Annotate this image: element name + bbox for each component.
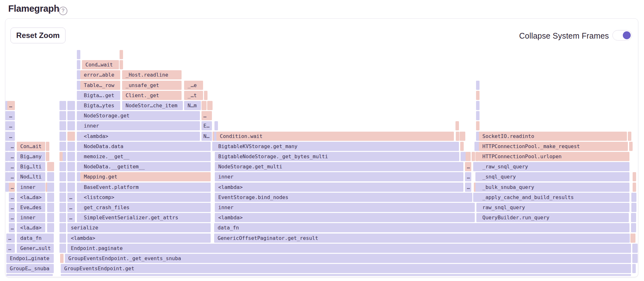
flamegraph-frame[interactable]: …: [9, 223, 15, 232]
flamegraph-frame[interactable]: [67, 172, 75, 181]
flamegraph-frame[interactable]: data_fn: [17, 234, 54, 243]
flamegraph-frame[interactable]: …: [9, 193, 15, 202]
flamegraph-frame[interactable]: [77, 60, 80, 69]
flamegraph-frame[interactable]: [632, 264, 636, 273]
flamegraph-frame[interactable]: SocketIO.readinto: [479, 132, 627, 141]
flamegraph-frame[interactable]: [632, 234, 635, 243]
flamegraph-frame[interactable]: Endpoi…ginate: [6, 254, 54, 263]
flamegraph-frame[interactable]: inner: [17, 213, 45, 222]
flamegraph-frame[interactable]: …: [67, 213, 75, 222]
flamegraph-frame[interactable]: [476, 91, 480, 100]
flamegraph-frame[interactable]: [77, 213, 80, 222]
flamegraph-frame[interactable]: inner: [215, 203, 475, 212]
flamegraph-frame[interactable]: HTTPConnectionPool.urlopen: [479, 152, 629, 161]
flamegraph-frame[interactable]: [77, 70, 80, 79]
flamegraph-frame[interactable]: [214, 121, 218, 130]
flamegraph-frame[interactable]: Client._get: [122, 91, 182, 100]
flamegraph-frame[interactable]: [46, 152, 49, 161]
flamegraph-frame[interactable]: GroupEventsEndpoint._get_events_snuba: [65, 254, 631, 263]
flamegraph-frame[interactable]: Big…lti: [17, 162, 45, 171]
flamegraph-frame[interactable]: [63, 223, 66, 232]
flamegraph-frame[interactable]: …: [7, 101, 15, 110]
flamegraph-frame[interactable]: <lambda>: [67, 234, 211, 243]
flamegraph-frame[interactable]: <lambda>: [215, 213, 475, 222]
flamegraph-frame[interactable]: Con…ait: [17, 142, 45, 151]
flamegraph-frame[interactable]: [633, 223, 636, 232]
flamegraph-frame[interactable]: [77, 132, 80, 141]
flamegraph-frame[interactable]: [204, 91, 207, 100]
flamegraph-frame[interactable]: …: [9, 172, 15, 181]
flamegraph-frame[interactable]: [67, 152, 75, 161]
flamegraph-frame[interactable]: [63, 234, 66, 243]
flamegraph-frame[interactable]: NodeStorage.get_multi: [215, 162, 463, 171]
flamegraph-frame[interactable]: Table…_row: [80, 81, 120, 90]
flamegraph-frame[interactable]: [455, 121, 459, 130]
flamegraph-frame[interactable]: [63, 121, 66, 130]
flamegraph-frame[interactable]: QueryBuilder.run_query: [479, 213, 629, 222]
flamegraph-frame[interactable]: E…: [201, 121, 212, 130]
flamegraph-frame[interactable]: …: [6, 234, 15, 243]
flamegraph-frame[interactable]: [5, 172, 9, 181]
flamegraph-frame[interactable]: [5, 183, 9, 192]
flamegraph-frame[interactable]: [77, 142, 80, 151]
flamegraph-frame[interactable]: [46, 142, 49, 151]
flamegraph-frame[interactable]: HTTPConnectionPool._make_request: [479, 142, 628, 151]
flamegraph-frame[interactable]: …: [67, 203, 75, 212]
flamegraph-frame[interactable]: <listcomp>: [80, 193, 211, 202]
flamegraph-frame[interactable]: NodeData.__getitem__: [80, 162, 211, 171]
flamegraph-frame[interactable]: [456, 132, 459, 141]
flamegraph-frame[interactable]: [462, 132, 465, 141]
flamegraph-frame[interactable]: [67, 183, 75, 192]
flamegraph-frame[interactable]: EventStorage.bind_nodes: [215, 193, 472, 202]
flamegraph-frame[interactable]: [63, 193, 66, 202]
flamegraph-frame[interactable]: …: [9, 203, 15, 212]
flamegraph-frame[interactable]: Endpoint.paginate: [67, 244, 631, 253]
flamegraph-frame[interactable]: [63, 132, 66, 141]
flamegraph-frame[interactable]: [77, 101, 80, 110]
flamegraph-frame[interactable]: [634, 254, 638, 263]
flamegraph-frame[interactable]: [77, 81, 80, 90]
flamegraph-frame[interactable]: inner: [80, 121, 200, 130]
flamegraph-frame[interactable]: serialize: [67, 223, 211, 232]
flamegraph-frame[interactable]: <la…da>: [17, 223, 45, 232]
flamegraph-frame[interactable]: [476, 111, 480, 120]
flamegraph-frame[interactable]: [633, 183, 636, 192]
flamegraph-frame[interactable]: [77, 111, 80, 120]
flamegraph-frame[interactable]: inner: [215, 172, 463, 181]
flamegraph-frame[interactable]: _raw_snql_query: [479, 162, 629, 171]
flamegraph-frame[interactable]: [67, 132, 75, 141]
flamegraph-frame[interactable]: [63, 213, 66, 222]
flamegraph-frame[interactable]: Condition.wait: [216, 132, 454, 141]
flamegraph-frame[interactable]: Bigta…ytes: [80, 101, 120, 110]
flamegraph-frame[interactable]: BaseEvent.platform: [80, 183, 211, 192]
flamegraph-frame[interactable]: [77, 183, 80, 192]
flamegraph-frame[interactable]: [47, 172, 54, 181]
flamegraph-frame[interactable]: …: [6, 244, 15, 253]
flamegraph-frame[interactable]: …: [7, 132, 15, 141]
flamegraph-frame[interactable]: _snql_query: [479, 172, 629, 181]
flamegraph-frame[interactable]: NodeStorage.get: [80, 111, 200, 120]
flamegraph-frame[interactable]: [63, 101, 66, 110]
flamegraph-frame[interactable]: NodeStor…che_item: [122, 101, 183, 110]
flamegraph-frame[interactable]: …: [465, 162, 471, 171]
flamegraph-frame[interactable]: BigtableNodeStorage._get_bytes_multi: [215, 152, 459, 161]
flamegraph-frame[interactable]: [77, 50, 80, 59]
flamegraph-frame[interactable]: raw_snql_query: [479, 203, 629, 212]
flamegraph-frame[interactable]: [633, 213, 636, 222]
flamegraph-frame[interactable]: _…e: [184, 81, 203, 90]
flamegraph-frame[interactable]: [63, 183, 66, 192]
flamegraph-frame[interactable]: [466, 152, 471, 161]
flamegraph-frame[interactable]: [120, 60, 123, 69]
flamegraph-frame[interactable]: Eve…des: [17, 203, 45, 212]
flamegraph-frame[interactable]: _unsafe_get: [122, 81, 182, 90]
flamegraph-frame[interactable]: [633, 172, 636, 181]
flamegraph-frame[interactable]: [47, 203, 54, 212]
flamegraph-frame[interactable]: SimpleEventSerializer.get_attrs: [80, 213, 211, 222]
flamegraph-frame[interactable]: [63, 111, 66, 120]
flamegraph-frame[interactable]: [120, 50, 123, 59]
flamegraph-frame[interactable]: [47, 193, 54, 202]
flamegraph-frame[interactable]: …: [67, 193, 75, 202]
flamegraph-frame[interactable]: <la…da>: [17, 193, 45, 202]
flamegraph-frame[interactable]: [460, 142, 464, 151]
flamegraph-frame[interactable]: _apply_cache_and_build_results: [479, 193, 629, 202]
